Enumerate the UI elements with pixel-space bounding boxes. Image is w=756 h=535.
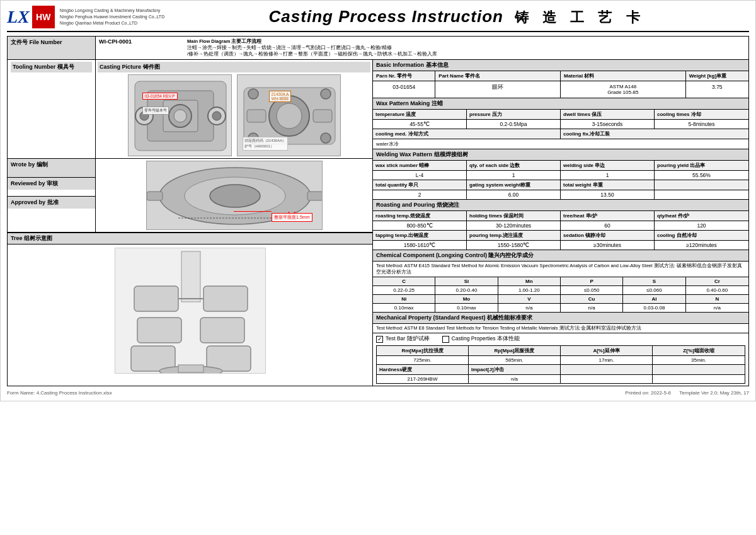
roasting-section: Roasting and Pouring 焙烧浇注 roasting temp.…	[373, 200, 748, 250]
chem-Si: Si	[435, 277, 498, 285]
basic-col3-header: Material 材料	[561, 71, 686, 81]
weld-col1: wax stick number 蜡棒	[373, 161, 467, 170]
total-qty-val: 2	[373, 190, 467, 199]
hardness-empty4	[653, 375, 745, 383]
a-val: 17min.	[561, 356, 653, 364]
casting-bottom-image-cell: 整形平面度1.5mm	[96, 159, 372, 232]
wax-cooling-row: cooling med. 冷却方式 cooling fix.冷却工装	[373, 129, 748, 139]
total-weight-label: total weight 串重	[561, 180, 655, 190]
svg-rect-22	[307, 192, 323, 200]
basic-col1-header: Parn Nr. 零件号	[373, 71, 435, 81]
gating-weight-label: gating system weight称重	[467, 180, 561, 190]
svg-rect-27	[134, 286, 178, 311]
roast-col2: holding times 保温时间	[467, 211, 561, 221]
chem-P: P	[561, 277, 623, 285]
chem-Cr-val: 0.40-0.60	[686, 286, 748, 294]
welding-section: Welding Wax Pattern 组模焊接组树 wax stick num…	[373, 149, 748, 200]
hardness-empty1	[561, 365, 653, 375]
svg-point-8	[174, 110, 186, 122]
wax-col3: dwell times 保压	[561, 110, 655, 119]
form-name: Form Name: 4.Casting Process Instruction…	[7, 390, 112, 396]
hardness-header: Hardness硬度	[377, 365, 469, 375]
welding-data-row1: L-4 1 1 55.56%	[373, 171, 748, 180]
roasting-header2: tapping temp.出钢温度 pouring temp.浇注温度 seda…	[373, 231, 748, 241]
svg-point-5	[212, 112, 221, 120]
chem-headers2: Ni Mo V Cu Al N	[373, 295, 748, 304]
tooling-number-label: Tooling Number 模具号	[11, 62, 92, 72]
roasting-data-row2: 1580-1610℃ 1550-1580℃ ≥30minutes ≥120min…	[373, 241, 748, 250]
tree-section: Tree 组树示意图	[8, 233, 372, 377]
part-name: 眼环	[435, 81, 561, 98]
svg-rect-12	[247, 110, 266, 122]
company-info: Ningbo Longxing Casting & Machinery Manu…	[60, 8, 164, 26]
chem-Mn: Mn	[498, 277, 561, 285]
weld-empty	[655, 180, 748, 190]
chem-Al-val: 0.03-0.08	[623, 304, 685, 312]
testbar-checkbox[interactable]: ✓	[376, 336, 383, 343]
casting-images: 03-01654 REV.P 零件号版本号	[98, 74, 370, 156]
tapping-label: tapping temp.出钢温度	[373, 231, 467, 240]
tree-svg	[115, 248, 266, 374]
chem-Cu-val: n/a	[561, 304, 623, 312]
wax-water-row: water水冷	[373, 139, 748, 149]
wax-col1: temperature 温度	[373, 110, 467, 119]
approved-label: Approved by 批准	[8, 197, 95, 209]
tapping-val: 1580-1610℃	[373, 241, 467, 250]
rp-header: Rp[Mpa]屈服强度	[469, 346, 561, 356]
gating-weight-val: 6.00	[467, 190, 561, 199]
main-flow-text: Main Flow Diagram 主要工序流程 注蜡→涂壳→焊接→制壳→失蜡→…	[187, 38, 745, 57]
svg-rect-31	[200, 318, 244, 343]
tree-image-container	[8, 244, 372, 377]
hardness-empty3	[561, 375, 653, 383]
logo-hw-icon: HW	[32, 6, 55, 28]
main-content: Tooling Number 模具号 Casting Picture 铸件图	[7, 60, 749, 386]
wax-pressure: 0.2-0.5Mpa	[467, 120, 561, 129]
wax-section: Wax Pattern Making 注蜡 temperature 温度 pre…	[373, 98, 748, 149]
chem-V: V	[498, 295, 561, 303]
weld-empty2	[655, 190, 748, 199]
wrote-row: Wrote by 编制	[8, 159, 95, 178]
casting-img-right: 21430A A WH 8888 供应商代码（21430AA） 炉号（HW000…	[237, 74, 341, 156]
svg-point-15	[321, 89, 331, 99]
svg-rect-26	[181, 251, 200, 302]
pouring-temp-label: pouring temp.浇注温度	[467, 231, 561, 240]
chem-Si-val: 0.20-0.40	[435, 286, 498, 294]
wax-stick: L-4	[373, 171, 467, 180]
page-title: Casting Process Instruction 铸 造 工 艺 卡	[164, 7, 749, 27]
cooling-fix-label: cooling fix.冷却工装	[561, 129, 748, 139]
chem-Mo-val: 0.10max	[435, 304, 498, 312]
chem-desc: Test Method: ASTM E415 Standard Test Met…	[373, 262, 748, 277]
wax-col2: pressure 压力	[467, 110, 561, 119]
chem-Cr: Cr	[686, 277, 748, 285]
file-number-label: 文件号 File Number	[8, 37, 96, 59]
footer: Form Name: 4.Casting Process Instruction…	[7, 390, 749, 396]
impact-header: Impact[J]冲击	[469, 365, 561, 375]
cooling-val: ≥120minutes	[655, 241, 748, 250]
roast-col1: roasting temp.焙烧温度	[373, 211, 467, 221]
chem-S: S	[623, 277, 685, 285]
wax-data-row1: 45-55℃ 0.2-0.5Mpa 3-15seconds 5-8minutes	[373, 120, 748, 129]
chem-header: Chemical Component (Longxing Control) 隆兴…	[373, 250, 748, 262]
weld-side: 1	[561, 171, 655, 180]
holding-time-val: 30-120minutes	[467, 221, 561, 230]
total-weight-val: 13.50	[561, 190, 655, 199]
testbar-label: Test Bar 随炉试棒	[386, 335, 430, 343]
tree-heat-val: 60	[561, 221, 655, 230]
weld-qty: 1	[467, 171, 561, 180]
logo-lx-icon: LX	[7, 7, 30, 27]
svg-rect-37	[178, 365, 203, 372]
part-annotation-supplier: 21430A A WH 8888	[269, 91, 292, 102]
material: ASTM A148Grade 105-85	[561, 81, 686, 98]
sedation-label: sedation 镇静冷却	[561, 231, 655, 240]
svg-point-17	[321, 133, 331, 143]
water-label: water水冷	[373, 139, 748, 149]
logo-area: LX HW Ningbo Longxing Casting & Machiner…	[7, 6, 164, 28]
reviewed-label: Reviewed by 审核	[8, 178, 95, 190]
tree-img	[115, 248, 266, 374]
chem-data1: 0.22-0.25 0.20-0.40 1.00-1.20 ≤0.050 ≤0.…	[373, 286, 748, 295]
chem-C-val: 0.22-0.25	[373, 286, 435, 294]
svg-rect-21	[147, 192, 163, 200]
page: LX HW Ningbo Longxing Casting & Machiner…	[0, 0, 756, 401]
wax-col-headers: temperature 温度 pressure 压力 dwell times 保…	[373, 110, 748, 120]
casting-checkbox[interactable]	[442, 336, 449, 343]
